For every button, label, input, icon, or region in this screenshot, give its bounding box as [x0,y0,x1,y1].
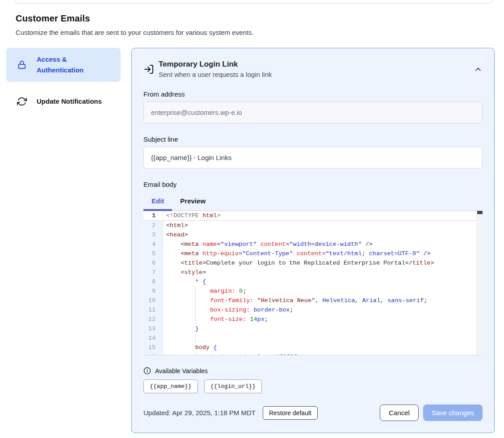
available-variables-header: Available Variables [143,367,483,375]
from-address-label: From address [143,90,483,98]
variable-chips: {{app_name}} {{login_url}} [143,379,483,393]
page-header: Customer Emails Customize the emails tha… [0,0,504,36]
tab-edit[interactable]: Edit [143,192,172,211]
info-icon [143,367,151,375]
card-footer: Updated: Apr 29, 2025, 1:18 PM MDT Resto… [143,404,483,421]
cancel-button[interactable]: Cancel [380,404,419,421]
code-line: 14 [143,333,483,343]
card-subtitle: Sent when a user requests a login link [159,71,272,78]
subject-line-label: Subject line [143,135,483,143]
log-in-icon [143,64,154,75]
email-body-label: Email body [143,181,483,188]
updated-timestamp: Updated: Apr 29, 2025, 1:18 PM MDT [143,409,256,417]
page-subtitle: Customize the emails that are sent to yo… [16,29,504,36]
code-line: 8 * { [143,277,483,286]
code-line: 16 background-color: #f6f9fc; [143,352,483,355]
chevron-up-icon[interactable] [474,65,483,74]
code-line: 1<!DOCTYPE html> [143,211,483,221]
previous-card-bottom-edge [13,0,494,4]
editor-scrollbar-track[interactable] [477,211,483,355]
available-variables-label: Available Variables [155,367,208,375]
page-title: Customer Emails [16,13,504,24]
code-editor[interactable]: 1<!DOCTYPE html>2<html>3<head>4 <meta na… [143,211,483,355]
email-body-tabs: Edit Preview [143,192,483,211]
refresh-icon [17,97,27,106]
code-line: 3<head> [143,230,483,240]
code-line: 9 margin: 0; [143,286,483,296]
email-settings-card: Temporary Login Link Sent when a user re… [131,48,495,433]
code-line: 5 <meta http-equiv="Content-Type" conten… [143,249,483,258]
code-line: 15 body { [143,343,483,352]
card-header: Temporary Login Link Sent when a user re… [143,60,483,78]
lock-icon [17,60,27,70]
code-line: 2<html> [143,221,483,230]
sidebar-item-update-notifications[interactable]: Update Notifications [6,90,121,113]
code-line: 10 font-family: "Helvetica Neue", Helvet… [143,296,483,305]
tab-preview[interactable]: Preview [172,192,214,211]
editor-scrollbar-thumb[interactable] [477,211,483,214]
variable-chip-login-url[interactable]: {{login_url}} [204,379,262,393]
code-line: 12 font-size: 14px; [143,315,483,324]
subject-line-input[interactable] [143,147,483,168]
code-lines: 1<!DOCTYPE html>2<html>3<head>4 <meta na… [143,211,483,355]
restore-default-button[interactable]: Restore default [263,406,318,420]
code-line: 7 <style> [143,268,483,277]
code-line: 13 } [143,324,483,333]
variable-chip-app-name[interactable]: {{app_name}} [143,379,198,393]
content: Access & Authentication Update Notificat… [0,48,504,433]
sidebar-item-label: Access & Authentication [37,54,113,76]
from-address-input [143,101,483,123]
save-changes-button[interactable]: Save changes [423,404,483,421]
code-line: 6 <title>Complete your login to the Repl… [143,258,483,268]
card-title: Temporary Login Link [159,60,272,69]
sidebar: Access & Authentication Update Notificat… [6,48,121,113]
sidebar-item-label: Update Notifications [37,96,102,107]
card-titles: Temporary Login Link Sent when a user re… [159,60,272,78]
sidebar-item-access-authentication[interactable]: Access & Authentication [6,48,121,82]
code-line: 4 <meta name="viewport" content="width=d… [143,240,483,249]
code-line: 11 box-sizing: border-box; [143,305,483,315]
